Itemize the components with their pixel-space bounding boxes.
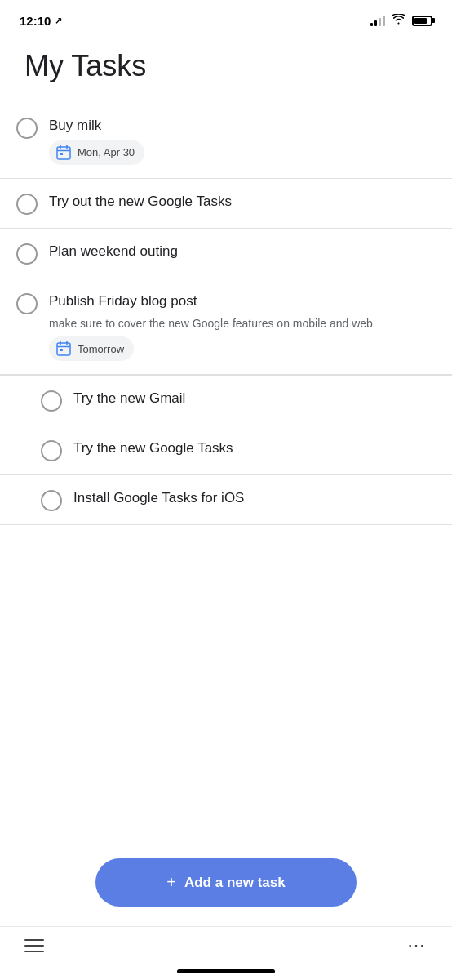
list-item: Buy milk Mon, Apr 30	[0, 103, 452, 179]
task-date-text: Mon, Apr 30	[78, 146, 135, 158]
task-content: Try out the new Google Tasks	[49, 192, 436, 212]
list-item: Try the new Google Tasks	[0, 425, 452, 475]
task-checkbox-try-google-tasks-2[interactable]	[41, 440, 62, 461]
add-task-wrapper: + Add a new task	[0, 849, 452, 926]
task-checkbox-publish-blog[interactable]	[16, 293, 38, 314]
task-checkbox-try-google-tasks[interactable]	[16, 194, 38, 215]
add-task-label: Add a new task	[184, 875, 286, 891]
home-indicator	[177, 969, 275, 973]
task-checkbox-try-gmail[interactable]	[41, 390, 62, 412]
wifi-icon	[392, 13, 405, 28]
svg-rect-4	[60, 153, 63, 155]
task-content: Try the new Google Tasks	[73, 439, 436, 458]
ellipsis-icon: ⋯	[407, 935, 428, 956]
calendar-icon	[55, 341, 72, 357]
list-item: Install Google Tasks for iOS	[0, 475, 452, 525]
task-content: Install Google Tasks for iOS	[73, 488, 436, 508]
task-content: Publish Friday blog post make sure to co…	[49, 292, 436, 361]
task-note: make sure to cover the new Google featur…	[49, 316, 436, 332]
signal-icon	[370, 15, 385, 26]
hamburger-line-3	[24, 951, 44, 952]
task-title: Install Google Tasks for iOS	[73, 488, 436, 508]
time-text: 12:10	[20, 14, 51, 28]
status-time: 12:10 ↗	[20, 14, 62, 28]
task-content: Buy milk Mon, Apr 30	[49, 116, 436, 165]
list-item: Plan weekend outing	[0, 229, 452, 278]
battery-icon	[412, 16, 432, 26]
task-date-text: Tomorrow	[78, 343, 124, 355]
hamburger-line-2	[24, 945, 44, 947]
list-item: Publish Friday blog post make sure to co…	[0, 278, 452, 375]
task-checkbox-buy-milk[interactable]	[16, 118, 38, 139]
task-title: Plan weekend outing	[49, 242, 436, 261]
hamburger-line-1	[24, 939, 44, 941]
status-bar: 12:10 ↗	[0, 0, 452, 36]
task-checkbox-install-ios[interactable]	[41, 490, 62, 511]
page-title: My Tasks	[0, 36, 452, 103]
more-button[interactable]: ⋯	[407, 935, 428, 956]
status-icons	[370, 13, 432, 28]
add-task-button[interactable]: + Add a new task	[95, 858, 357, 906]
svg-rect-0	[57, 147, 70, 159]
task-title: Try the new Google Tasks	[73, 439, 436, 458]
list-item: Try the new Gmail	[0, 376, 452, 425]
task-date-badge[interactable]: Mon, Apr 30	[49, 140, 144, 165]
svg-rect-5	[57, 343, 70, 355]
menu-button[interactable]	[24, 939, 44, 952]
task-title: Buy milk	[49, 116, 436, 136]
task-date-badge[interactable]: Tomorrow	[49, 336, 134, 361]
task-content: Plan weekend outing	[49, 242, 436, 261]
plus-icon: +	[166, 873, 176, 892]
bottom-area: + Add a new task ⋯	[0, 849, 452, 980]
task-content: Try the new Gmail	[73, 389, 436, 408]
task-title: Try the new Gmail	[73, 389, 436, 408]
calendar-icon	[55, 145, 72, 161]
task-list: Buy milk Mon, Apr 30 Try out the new Goo…	[0, 103, 452, 525]
task-title: Try out the new Google Tasks	[49, 192, 436, 212]
task-title: Publish Friday blog post	[49, 292, 436, 311]
list-item: Try out the new Google Tasks	[0, 179, 452, 229]
location-icon: ↗	[55, 16, 62, 26]
task-checkbox-plan-weekend[interactable]	[16, 243, 38, 265]
svg-rect-9	[60, 349, 63, 351]
bottom-nav: ⋯	[0, 926, 452, 969]
